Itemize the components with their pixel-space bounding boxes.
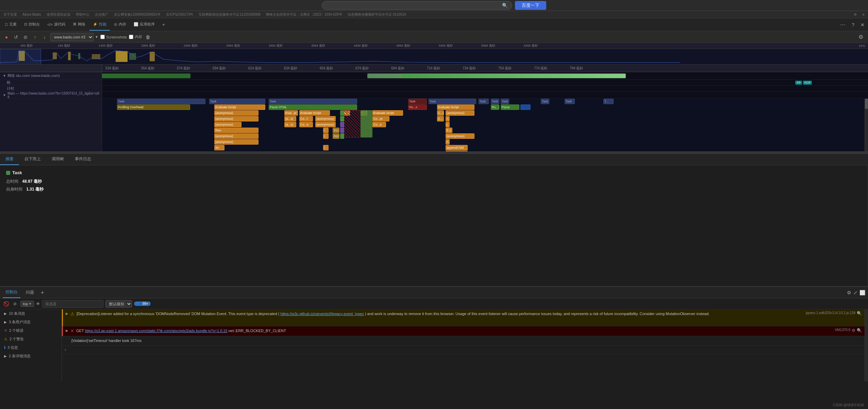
deprecation-source[interactable]: jquery-1.edb203c114.10.2.js:139 [806,311,855,315]
svg-rect-9 [0,49,41,65]
tab-network[interactable]: ⌘ 网络 [69,19,89,31]
warning-icon: ⚠ [4,337,7,341]
console-message-error: ▶ ✕ GET https://s3.ap-east-1.amazonaws.c… [62,326,865,336]
sidebar-item-user[interactable]: ▶ 3 条用户消息 [0,318,62,326]
perf-settings-button[interactable]: ⚙ [856,33,865,41]
memory-checkbox[interactable] [129,35,133,39]
console-messages[interactable]: ▶ ⚠ [Deprecation]Listener added for a sy… [62,309,865,381]
upload-button[interactable]: ↑ [31,33,39,41]
main-track-header-content[interactable] [102,92,868,98]
download-button[interactable]: ↓ [41,33,48,41]
error-link[interactable]: https://s3.ap-east-1.amazonaws.com/stati… [85,329,227,333]
help-icon[interactable]: ? [850,21,856,28]
eye-icon[interactable]: 👁 [36,301,40,306]
cpu-waveform-area[interactable] [0,49,868,65]
error-settings-icon[interactable]: ⚙ [852,328,855,333]
error-expand-icon[interactable]: ▶ [66,329,68,332]
collapse-icon[interactable]: ∧ [862,13,865,16]
deprecation-link[interactable]: https://w3c.github.io/uievents/#legacy-e… [281,312,364,316]
filter-level-dropdown[interactable]: top ▼ [20,301,34,307]
timer-track-content[interactable] [102,86,868,92]
right-console-icons: ⚙ ⤢ ⬜ [847,290,865,295]
expand-user-icon: ▶ [4,320,7,324]
console-vscrollbar[interactable] [865,309,868,381]
cpu-label: CPU [859,44,865,48]
link-beian: 京公网安备11000002000001号 [114,12,161,17]
warning-expand-icon[interactable]: ▶ [66,312,68,315]
tab-performance[interactable]: ⚡ 性能 [89,19,110,31]
sidebar-item-all[interactable]: ▶ 10 条消息 [0,309,62,318]
console-expand-icon[interactable]: ⬜ [859,290,865,295]
memory-checkbox-label[interactable]: 内存 [129,34,142,39]
link-terms[interactable]: 使用百度前必读 [47,12,70,17]
link-about-en[interactable]: About Baidu [22,13,41,16]
main-expand-icon[interactable]: ▼ [3,93,6,97]
deprecation-search-icon[interactable]: 🔍 [857,311,862,316]
tab-elements[interactable]: ◻ ◻ 元素 元素 [1,19,20,31]
sidebar-item-warnings[interactable]: ⚠ 2 个警告 [0,335,62,343]
console-detach-icon[interactable]: ⤢ [853,290,857,295]
sidebar-item-errors[interactable]: ✕ 2 个错误 [0,326,62,335]
timeline-vscrollbar[interactable] [865,99,868,151]
console-clear-button[interactable]: 🚫 [3,300,10,307]
error-message-icon: ✕ [70,328,74,333]
console-left-sidebar: ▶ 10 条消息 ▶ 3 条用户消息 ✕ 2 个错误 ⚠ 2 个警告 ℹ 3 信… [0,309,62,381]
link-enterprise[interactable]: 企业推广 [95,12,108,17]
ruler-tick-12: 6494 毫秒 [524,44,538,48]
tab-application[interactable]: ⬜ 应用程序 [130,19,158,31]
console-body: ▶ 10 条消息 ▶ 3 条用户消息 ✕ 2 个错误 ⚠ 2 个警告 ℹ 3 信… [0,309,868,381]
network-track-content[interactable] [102,72,868,79]
console-filter-toggle[interactable]: ⊘ [12,300,18,307]
link-help[interactable]: 帮助中心 [76,12,89,17]
expand-all-icon: ▶ [4,312,7,315]
clear-button[interactable]: ⊘ [22,33,29,41]
tab-more[interactable]: + [159,19,168,31]
ruler-tick-9: 4994 毫秒 [396,44,410,48]
profile-dropdown-arrow[interactable]: ▼ [95,35,98,39]
bottom-panel-tabs: 摘要 自下而上 调用树 事件日志 [0,154,868,165]
timings-track-content[interactable]: FP FCP [102,80,868,85]
summary-panel: Task 总时间 48.97 毫秒 自身时间 1.31 毫秒 [0,165,868,286]
console-level-select[interactable]: 默认级别 [105,300,132,308]
error-search-icon[interactable]: 🔍 [857,328,862,333]
timeline-tracks: ▼ 网络 idu.com/ (www.baidu.com) 检 FP FCP 计… [0,72,868,152]
tab-issues-label[interactable]: 问题 [23,287,37,298]
tab-console[interactable]: ⊡ 控制台 [21,19,43,31]
baidu-search-button[interactable]: 百度一下 [515,1,546,10]
record-button[interactable]: ● [3,33,10,41]
close-devtools-icon[interactable]: ✕ [858,21,867,28]
add-console-tab-button[interactable]: + [39,290,45,296]
screenshots-checkbox[interactable] [100,35,105,39]
profile-selector[interactable]: www.baidu.com #2 [50,33,94,41]
flame-chart-area[interactable]: Task Task Task Task Task Task Task Task … [0,99,868,151]
sidebar-item-info[interactable]: ℹ 3 信息 [0,343,62,352]
console-icon: ⊡ [24,22,27,27]
summary-task-title: Task [6,170,862,175]
ruler-tick-8: 4494 毫秒 [354,44,368,48]
reload-record-button[interactable]: ↺ [12,33,20,41]
console-settings-icon[interactable]: ⚙ [847,290,851,295]
tab-console-label[interactable]: 控制台 [3,287,20,298]
console-input[interactable] [69,348,862,352]
flame-content[interactable]: Task Task Task Task Task Task Task Task … [102,99,868,151]
timings-track-label: 检 [0,80,102,85]
bottom-panel: 摘要 自下而上 调用树 事件日志 Task 总时间 48.97 毫秒 自身时间 … [0,153,868,286]
sidebar-item-verbose[interactable]: ▶ 2 条详细消息 [0,352,62,360]
tab-call-tree[interactable]: 调用树 [46,154,69,165]
tab-summary[interactable]: 摘要 [0,154,19,165]
network-track-row: ▼ 网络 idu.com/ (www.baidu.com) [0,72,868,80]
delete-button[interactable]: 🗑 [144,34,152,40]
link-about[interactable]: 关于百度 [3,12,17,17]
screenshots-checkbox-label[interactable]: Screenshots [100,35,127,39]
ruler-tick-10: 5494 毫秒 [439,44,453,48]
tab-sources[interactable]: </> 源代码 [44,19,69,31]
console-message-deprecation: ▶ ⚠ [Deprecation]Listener added for a sy… [62,309,865,326]
tab-event-log[interactable]: 事件日志 [69,154,97,165]
error-source[interactable]: VM1370:9 [835,328,850,332]
network-expand-icon[interactable]: ▼ [3,74,6,78]
tab-bottom-up[interactable]: 自下而上 [19,154,46,165]
console-filter-input[interactable] [42,300,103,308]
search-bar[interactable]: 🔍 [322,1,512,10]
tab-memory[interactable]: ◎ 内存 [111,19,130,31]
more-options-icon[interactable]: ⋯ [838,21,848,29]
